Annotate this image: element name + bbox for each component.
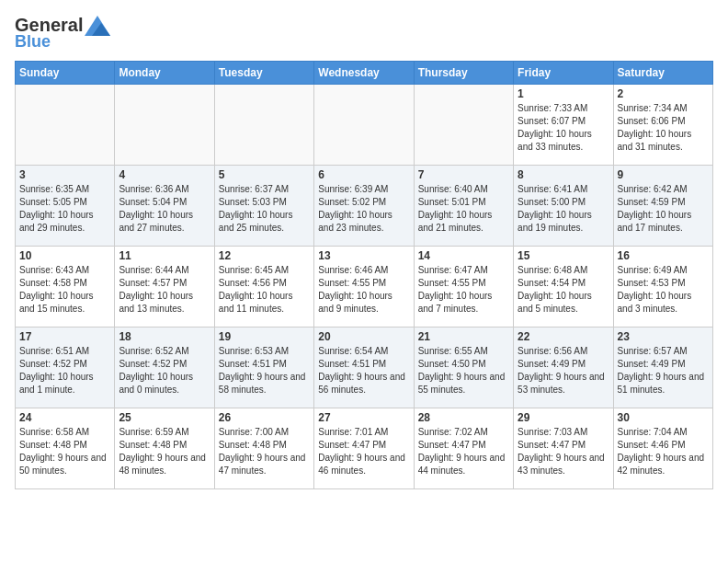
day-number: 28 xyxy=(418,411,509,424)
logo: General Blue xyxy=(15,15,110,52)
calendar-cell: 12Sunrise: 6:45 AM Sunset: 4:56 PM Dayli… xyxy=(214,247,313,327)
day-number: 5 xyxy=(219,168,310,181)
day-number: 11 xyxy=(119,249,210,262)
calendar-cell xyxy=(115,85,214,166)
day-number: 3 xyxy=(19,168,110,181)
calendar-cell: 3Sunrise: 6:35 AM Sunset: 5:05 PM Daylig… xyxy=(16,166,115,247)
day-number: 6 xyxy=(318,168,409,181)
day-number: 14 xyxy=(418,249,509,262)
cell-text: Sunrise: 6:59 AM Sunset: 4:48 PM Dayligh… xyxy=(119,426,210,477)
cell-text: Sunrise: 7:04 AM Sunset: 4:46 PM Dayligh… xyxy=(618,426,709,477)
calendar-cell: 26Sunrise: 7:00 AM Sunset: 4:48 PM Dayli… xyxy=(214,408,313,489)
logo-blue-text: Blue xyxy=(15,32,51,52)
day-number: 19 xyxy=(219,330,310,343)
calendar-cell: 29Sunrise: 7:03 AM Sunset: 4:47 PM Dayli… xyxy=(514,408,613,489)
calendar-cell xyxy=(414,85,513,166)
weekday-header-friday: Friday xyxy=(514,62,613,85)
calendar-cell: 13Sunrise: 6:46 AM Sunset: 4:55 PM Dayli… xyxy=(314,247,414,327)
header: General Blue xyxy=(15,15,713,52)
calendar-week-row: 1Sunrise: 7:33 AM Sunset: 6:07 PM Daylig… xyxy=(16,85,713,166)
day-number: 1 xyxy=(518,87,609,100)
calendar-week-row: 10Sunrise: 6:43 AM Sunset: 4:58 PM Dayli… xyxy=(16,247,713,327)
cell-text: Sunrise: 6:39 AM Sunset: 5:02 PM Dayligh… xyxy=(318,183,409,235)
calendar-cell: 25Sunrise: 6:59 AM Sunset: 4:48 PM Dayli… xyxy=(115,408,214,489)
day-number: 21 xyxy=(418,330,509,343)
calendar-cell: 1Sunrise: 7:33 AM Sunset: 6:07 PM Daylig… xyxy=(514,85,613,166)
page: General Blue SundayMondayTuesdayWednesda… xyxy=(0,0,728,563)
weekday-header-monday: Monday xyxy=(115,62,214,85)
day-number: 22 xyxy=(518,330,609,343)
calendar-cell: 20Sunrise: 6:54 AM Sunset: 4:51 PM Dayli… xyxy=(314,327,414,408)
calendar-cell xyxy=(314,85,414,166)
weekday-header-tuesday: Tuesday xyxy=(214,62,313,85)
cell-text: Sunrise: 6:58 AM Sunset: 4:48 PM Dayligh… xyxy=(19,426,110,477)
calendar-header-row: SundayMondayTuesdayWednesdayThursdayFrid… xyxy=(16,62,713,85)
cell-text: Sunrise: 6:37 AM Sunset: 5:03 PM Dayligh… xyxy=(219,183,310,235)
calendar-cell: 14Sunrise: 6:47 AM Sunset: 4:55 PM Dayli… xyxy=(414,247,513,327)
weekday-header-sunday: Sunday xyxy=(16,62,115,85)
cell-text: Sunrise: 6:56 AM Sunset: 4:49 PM Dayligh… xyxy=(518,345,609,396)
cell-text: Sunrise: 6:35 AM Sunset: 5:05 PM Dayligh… xyxy=(19,183,110,235)
cell-text: Sunrise: 7:02 AM Sunset: 4:47 PM Dayligh… xyxy=(418,426,509,477)
weekday-header-thursday: Thursday xyxy=(414,62,513,85)
calendar-week-row: 24Sunrise: 6:58 AM Sunset: 4:48 PM Dayli… xyxy=(16,408,713,489)
calendar-cell: 5Sunrise: 6:37 AM Sunset: 5:03 PM Daylig… xyxy=(214,166,313,247)
calendar-cell: 18Sunrise: 6:52 AM Sunset: 4:52 PM Dayli… xyxy=(115,327,214,408)
calendar-cell: 6Sunrise: 6:39 AM Sunset: 5:02 PM Daylig… xyxy=(314,166,414,247)
calendar-cell: 4Sunrise: 6:36 AM Sunset: 5:04 PM Daylig… xyxy=(115,166,214,247)
cell-text: Sunrise: 6:55 AM Sunset: 4:50 PM Dayligh… xyxy=(418,345,509,396)
calendar-cell: 15Sunrise: 6:48 AM Sunset: 4:54 PM Dayli… xyxy=(514,247,613,327)
calendar-cell: 23Sunrise: 6:57 AM Sunset: 4:49 PM Dayli… xyxy=(613,327,712,408)
day-number: 29 xyxy=(518,411,609,424)
calendar-cell: 16Sunrise: 6:49 AM Sunset: 4:53 PM Dayli… xyxy=(613,247,712,327)
cell-text: Sunrise: 7:33 AM Sunset: 6:07 PM Dayligh… xyxy=(518,102,609,154)
day-number: 20 xyxy=(318,330,409,343)
cell-text: Sunrise: 6:53 AM Sunset: 4:51 PM Dayligh… xyxy=(219,345,310,396)
calendar-cell: 21Sunrise: 6:55 AM Sunset: 4:50 PM Dayli… xyxy=(414,327,513,408)
cell-text: Sunrise: 7:34 AM Sunset: 6:06 PM Dayligh… xyxy=(618,102,709,154)
day-number: 23 xyxy=(618,330,709,343)
day-number: 9 xyxy=(618,168,709,181)
cell-text: Sunrise: 6:52 AM Sunset: 4:52 PM Dayligh… xyxy=(119,345,210,396)
day-number: 2 xyxy=(618,87,709,100)
calendar-week-row: 17Sunrise: 6:51 AM Sunset: 4:52 PM Dayli… xyxy=(16,327,713,408)
cell-text: Sunrise: 6:48 AM Sunset: 4:54 PM Dayligh… xyxy=(518,264,609,316)
calendar-week-row: 3Sunrise: 6:35 AM Sunset: 5:05 PM Daylig… xyxy=(16,166,713,247)
calendar-cell: 28Sunrise: 7:02 AM Sunset: 4:47 PM Dayli… xyxy=(414,408,513,489)
calendar-cell: 9Sunrise: 6:42 AM Sunset: 4:59 PM Daylig… xyxy=(613,166,712,247)
calendar-cell: 11Sunrise: 6:44 AM Sunset: 4:57 PM Dayli… xyxy=(115,247,214,327)
cell-text: Sunrise: 6:47 AM Sunset: 4:55 PM Dayligh… xyxy=(418,264,509,316)
calendar-cell: 7Sunrise: 6:40 AM Sunset: 5:01 PM Daylig… xyxy=(414,166,513,247)
cell-text: Sunrise: 6:41 AM Sunset: 5:00 PM Dayligh… xyxy=(518,183,609,235)
cell-text: Sunrise: 6:45 AM Sunset: 4:56 PM Dayligh… xyxy=(219,264,310,316)
cell-text: Sunrise: 6:42 AM Sunset: 4:59 PM Dayligh… xyxy=(618,183,709,235)
cell-text: Sunrise: 6:46 AM Sunset: 4:55 PM Dayligh… xyxy=(318,264,409,316)
calendar-table: SundayMondayTuesdayWednesdayThursdayFrid… xyxy=(15,61,713,489)
calendar-cell: 24Sunrise: 6:58 AM Sunset: 4:48 PM Dayli… xyxy=(16,408,115,489)
day-number: 25 xyxy=(119,411,210,424)
cell-text: Sunrise: 7:03 AM Sunset: 4:47 PM Dayligh… xyxy=(518,426,609,477)
calendar-cell xyxy=(16,85,115,166)
day-number: 17 xyxy=(19,330,110,343)
calendar-cell: 30Sunrise: 7:04 AM Sunset: 4:46 PM Dayli… xyxy=(613,408,712,489)
cell-text: Sunrise: 6:49 AM Sunset: 4:53 PM Dayligh… xyxy=(618,264,709,316)
day-number: 15 xyxy=(518,249,609,262)
day-number: 7 xyxy=(418,168,509,181)
day-number: 8 xyxy=(518,168,609,181)
calendar-cell: 19Sunrise: 6:53 AM Sunset: 4:51 PM Dayli… xyxy=(214,327,313,408)
cell-text: Sunrise: 6:57 AM Sunset: 4:49 PM Dayligh… xyxy=(618,345,709,396)
weekday-header-wednesday: Wednesday xyxy=(314,62,414,85)
day-number: 24 xyxy=(19,411,110,424)
day-number: 16 xyxy=(618,249,709,262)
day-number: 30 xyxy=(618,411,709,424)
cell-text: Sunrise: 6:43 AM Sunset: 4:58 PM Dayligh… xyxy=(19,264,110,316)
cell-text: Sunrise: 6:44 AM Sunset: 4:57 PM Dayligh… xyxy=(119,264,210,316)
day-number: 10 xyxy=(19,249,110,262)
cell-text: Sunrise: 7:01 AM Sunset: 4:47 PM Dayligh… xyxy=(318,426,409,477)
day-number: 12 xyxy=(219,249,310,262)
day-number: 13 xyxy=(318,249,409,262)
day-number: 4 xyxy=(119,168,210,181)
logo-icon xyxy=(85,16,110,36)
cell-text: Sunrise: 7:00 AM Sunset: 4:48 PM Dayligh… xyxy=(219,426,310,477)
day-number: 27 xyxy=(318,411,409,424)
